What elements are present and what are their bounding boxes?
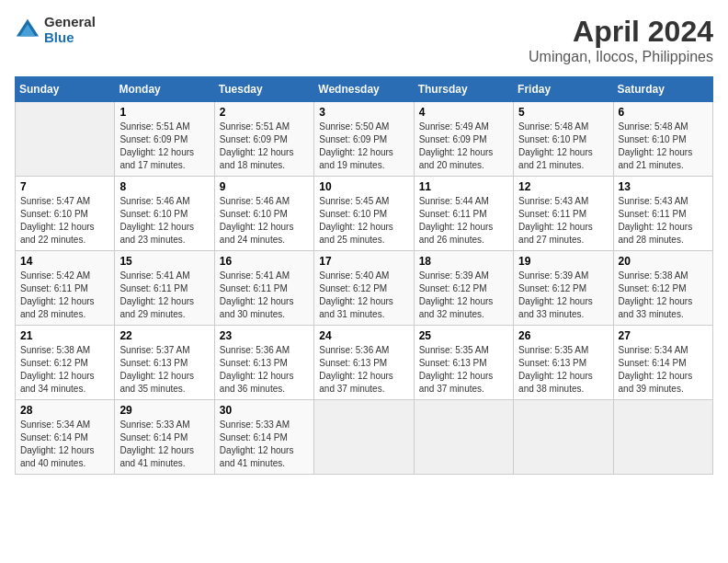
day-number: 18 bbox=[419, 255, 508, 268]
day-info: Sunrise: 5:33 AMSunset: 6:14 PMDaylight:… bbox=[119, 419, 209, 470]
day-number: 3 bbox=[319, 106, 408, 119]
location-title: Umingan, Ilocos, Philippines bbox=[529, 49, 713, 65]
day-number: 26 bbox=[518, 329, 608, 342]
day-info: Sunrise: 5:36 AMSunset: 6:13 PMDaylight:… bbox=[319, 344, 408, 396]
day-number: 6 bbox=[619, 106, 708, 119]
day-info: Sunrise: 5:43 AMSunset: 6:11 PMDaylight:… bbox=[619, 195, 708, 247]
day-number: 10 bbox=[319, 180, 408, 193]
calendar-day-cell bbox=[613, 400, 712, 475]
calendar-week-row: 7Sunrise: 5:47 AMSunset: 6:10 PMDaylight… bbox=[16, 177, 713, 251]
day-info: Sunrise: 5:46 AMSunset: 6:10 PMDaylight:… bbox=[220, 195, 309, 247]
calendar-day-cell: 8Sunrise: 5:46 AMSunset: 6:10 PMDaylight… bbox=[115, 177, 214, 251]
day-number: 5 bbox=[518, 106, 608, 119]
day-info: Sunrise: 5:34 AMSunset: 6:14 PMDaylight:… bbox=[619, 344, 708, 396]
day-number: 22 bbox=[119, 329, 209, 342]
calendar-day-cell: 7Sunrise: 5:47 AMSunset: 6:10 PMDaylight… bbox=[16, 177, 115, 251]
weekday-header-cell: Tuesday bbox=[214, 77, 313, 102]
calendar-day-cell: 24Sunrise: 5:36 AMSunset: 6:13 PMDayligh… bbox=[314, 326, 414, 400]
day-info: Sunrise: 5:46 AMSunset: 6:10 PMDaylight:… bbox=[119, 195, 209, 247]
day-number: 8 bbox=[119, 180, 209, 193]
calendar-day-cell: 9Sunrise: 5:46 AMSunset: 6:10 PMDaylight… bbox=[214, 177, 313, 251]
day-info: Sunrise: 5:45 AMSunset: 6:10 PMDaylight:… bbox=[319, 195, 408, 247]
day-info: Sunrise: 5:33 AMSunset: 6:14 PMDaylight:… bbox=[220, 419, 309, 470]
day-info: Sunrise: 5:42 AMSunset: 6:11 PMDaylight:… bbox=[20, 270, 109, 321]
header: General Blue April 2024 Umingan, Ilocos,… bbox=[15, 15, 713, 65]
day-number: 16 bbox=[220, 255, 309, 268]
calendar-day-cell bbox=[414, 400, 513, 475]
day-info: Sunrise: 5:37 AMSunset: 6:13 PMDaylight:… bbox=[119, 344, 209, 396]
calendar-day-cell: 27Sunrise: 5:34 AMSunset: 6:14 PMDayligh… bbox=[613, 326, 712, 400]
logo-general: General bbox=[44, 15, 96, 30]
day-info: Sunrise: 5:35 AMSunset: 6:13 PMDaylight:… bbox=[419, 344, 508, 396]
calendar-day-cell: 13Sunrise: 5:43 AMSunset: 6:11 PMDayligh… bbox=[613, 177, 712, 251]
calendar-day-cell: 5Sunrise: 5:48 AMSunset: 6:10 PMDaylight… bbox=[514, 102, 613, 177]
calendar-day-cell bbox=[314, 400, 414, 475]
calendar-day-cell bbox=[514, 400, 613, 475]
day-number: 21 bbox=[20, 329, 109, 342]
calendar-day-cell: 26Sunrise: 5:35 AMSunset: 6:13 PMDayligh… bbox=[514, 326, 613, 400]
day-number: 23 bbox=[220, 329, 309, 342]
calendar-week-row: 1Sunrise: 5:51 AMSunset: 6:09 PMDaylight… bbox=[16, 102, 713, 177]
calendar-day-cell: 10Sunrise: 5:45 AMSunset: 6:10 PMDayligh… bbox=[314, 177, 414, 251]
day-info: Sunrise: 5:49 AMSunset: 6:09 PMDaylight:… bbox=[419, 121, 508, 172]
calendar-body: 1Sunrise: 5:51 AMSunset: 6:09 PMDaylight… bbox=[16, 102, 713, 475]
calendar-day-cell: 3Sunrise: 5:50 AMSunset: 6:09 PMDaylight… bbox=[314, 102, 414, 177]
day-number: 14 bbox=[20, 255, 109, 268]
weekday-header-cell: Saturday bbox=[613, 77, 712, 102]
month-title: April 2024 bbox=[529, 15, 713, 49]
calendar-day-cell: 17Sunrise: 5:40 AMSunset: 6:12 PMDayligh… bbox=[314, 251, 414, 326]
day-info: Sunrise: 5:51 AMSunset: 6:09 PMDaylight:… bbox=[119, 121, 209, 172]
weekday-header-cell: Wednesday bbox=[314, 77, 414, 102]
day-info: Sunrise: 5:41 AMSunset: 6:11 PMDaylight:… bbox=[119, 270, 209, 321]
day-info: Sunrise: 5:40 AMSunset: 6:12 PMDaylight:… bbox=[319, 270, 408, 321]
day-number: 25 bbox=[419, 329, 508, 342]
weekday-header-cell: Thursday bbox=[414, 77, 513, 102]
day-info: Sunrise: 5:43 AMSunset: 6:11 PMDaylight:… bbox=[518, 195, 608, 247]
day-number: 15 bbox=[119, 255, 209, 268]
logo: General Blue bbox=[15, 15, 96, 45]
day-number: 19 bbox=[518, 255, 608, 268]
calendar-day-cell: 21Sunrise: 5:38 AMSunset: 6:12 PMDayligh… bbox=[16, 326, 115, 400]
day-number: 17 bbox=[319, 255, 408, 268]
calendar-day-cell: 16Sunrise: 5:41 AMSunset: 6:11 PMDayligh… bbox=[214, 251, 313, 326]
day-number: 24 bbox=[319, 329, 408, 342]
day-info: Sunrise: 5:39 AMSunset: 6:12 PMDaylight:… bbox=[419, 270, 508, 321]
calendar-week-row: 14Sunrise: 5:42 AMSunset: 6:11 PMDayligh… bbox=[16, 251, 713, 326]
calendar-week-row: 21Sunrise: 5:38 AMSunset: 6:12 PMDayligh… bbox=[16, 326, 713, 400]
day-info: Sunrise: 5:41 AMSunset: 6:11 PMDaylight:… bbox=[220, 270, 309, 321]
calendar-table: SundayMondayTuesdayWednesdayThursdayFrid… bbox=[15, 76, 713, 475]
day-info: Sunrise: 5:36 AMSunset: 6:13 PMDaylight:… bbox=[220, 344, 309, 396]
day-info: Sunrise: 5:35 AMSunset: 6:13 PMDaylight:… bbox=[518, 344, 608, 396]
calendar-day-cell: 30Sunrise: 5:33 AMSunset: 6:14 PMDayligh… bbox=[214, 400, 313, 475]
calendar-day-cell: 19Sunrise: 5:39 AMSunset: 6:12 PMDayligh… bbox=[514, 251, 613, 326]
weekday-header-row: SundayMondayTuesdayWednesdayThursdayFrid… bbox=[16, 77, 713, 102]
calendar-day-cell: 4Sunrise: 5:49 AMSunset: 6:09 PMDaylight… bbox=[414, 102, 513, 177]
calendar-day-cell: 2Sunrise: 5:51 AMSunset: 6:09 PMDaylight… bbox=[214, 102, 313, 177]
day-info: Sunrise: 5:38 AMSunset: 6:12 PMDaylight:… bbox=[20, 344, 109, 396]
calendar-day-cell: 28Sunrise: 5:34 AMSunset: 6:14 PMDayligh… bbox=[16, 400, 115, 475]
calendar-day-cell: 11Sunrise: 5:44 AMSunset: 6:11 PMDayligh… bbox=[414, 177, 513, 251]
day-info: Sunrise: 5:38 AMSunset: 6:12 PMDaylight:… bbox=[619, 270, 708, 321]
title-area: April 2024 Umingan, Ilocos, Philippines bbox=[529, 15, 713, 65]
calendar-day-cell: 18Sunrise: 5:39 AMSunset: 6:12 PMDayligh… bbox=[414, 251, 513, 326]
day-info: Sunrise: 5:50 AMSunset: 6:09 PMDaylight:… bbox=[319, 121, 408, 172]
day-info: Sunrise: 5:51 AMSunset: 6:09 PMDaylight:… bbox=[220, 121, 309, 172]
calendar-day-cell: 14Sunrise: 5:42 AMSunset: 6:11 PMDayligh… bbox=[16, 251, 115, 326]
day-number: 28 bbox=[20, 404, 109, 417]
day-info: Sunrise: 5:47 AMSunset: 6:10 PMDaylight:… bbox=[20, 195, 109, 247]
calendar-day-cell bbox=[16, 102, 115, 177]
day-number: 4 bbox=[419, 106, 508, 119]
calendar-day-cell: 25Sunrise: 5:35 AMSunset: 6:13 PMDayligh… bbox=[414, 326, 513, 400]
day-number: 9 bbox=[220, 180, 309, 193]
day-number: 12 bbox=[518, 180, 608, 193]
calendar-day-cell: 1Sunrise: 5:51 AMSunset: 6:09 PMDaylight… bbox=[115, 102, 214, 177]
weekday-header-cell: Sunday bbox=[16, 77, 115, 102]
day-number: 1 bbox=[119, 106, 209, 119]
day-info: Sunrise: 5:48 AMSunset: 6:10 PMDaylight:… bbox=[619, 121, 708, 172]
day-number: 20 bbox=[619, 255, 708, 268]
calendar-day-cell: 23Sunrise: 5:36 AMSunset: 6:13 PMDayligh… bbox=[214, 326, 313, 400]
calendar-day-cell: 12Sunrise: 5:43 AMSunset: 6:11 PMDayligh… bbox=[514, 177, 613, 251]
day-info: Sunrise: 5:48 AMSunset: 6:10 PMDaylight:… bbox=[518, 121, 608, 172]
calendar-week-row: 28Sunrise: 5:34 AMSunset: 6:14 PMDayligh… bbox=[16, 400, 713, 475]
day-info: Sunrise: 5:44 AMSunset: 6:11 PMDaylight:… bbox=[419, 195, 508, 247]
